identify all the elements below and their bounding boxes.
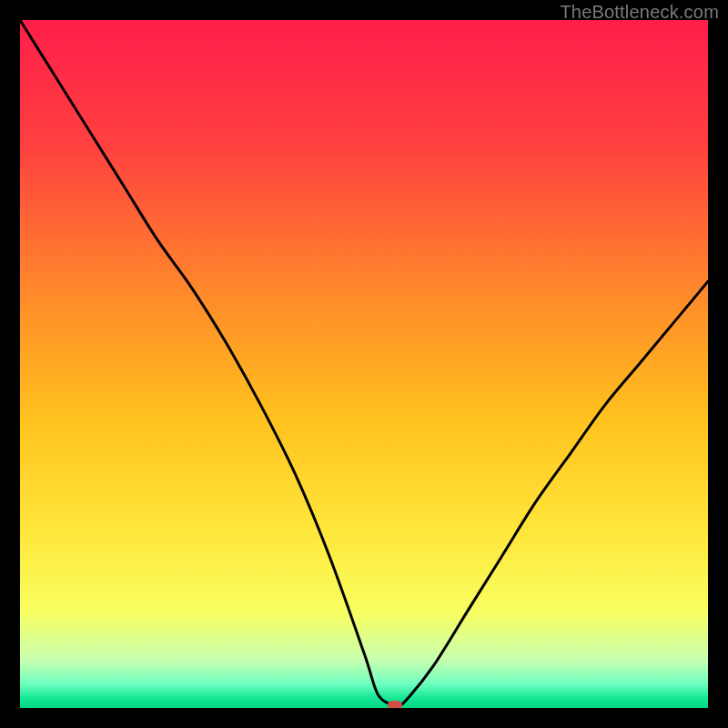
chart-frame: [20, 20, 708, 708]
bottleneck-chart: [20, 20, 708, 708]
optimal-marker: [388, 701, 402, 708]
gradient-background: [20, 20, 708, 708]
